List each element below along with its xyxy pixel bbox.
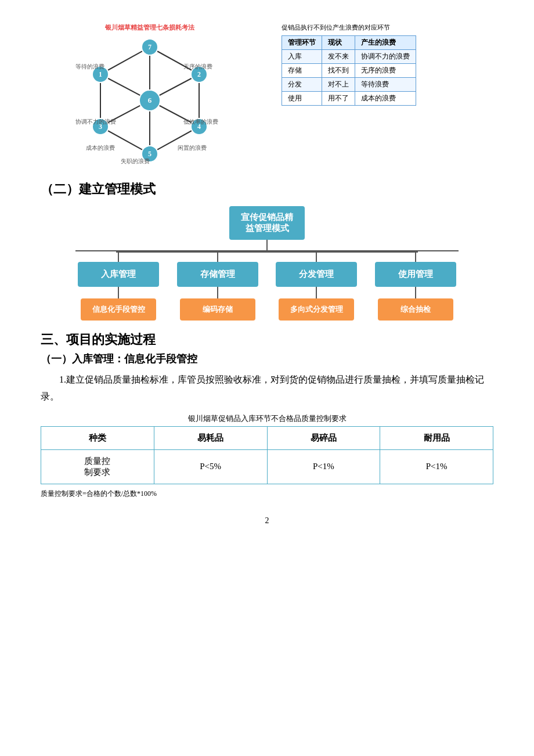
fc-main-box-3: 分发管理 bbox=[276, 262, 357, 287]
qt-header-1: 种类 bbox=[41, 426, 154, 449]
section2: （二）建立管理模式 宣传促销品精益管理模式 入库管理 信息化手段管控 存储管理 bbox=[41, 181, 493, 321]
svg-text:5: 5 bbox=[148, 150, 151, 158]
waste-row-4-col-2: 用不了 bbox=[322, 92, 355, 106]
table-footnote: 质量控制要求=合格的个数/总数*100% bbox=[41, 489, 493, 499]
section3-heading: 三、项目的实施过程 bbox=[41, 331, 493, 348]
table-row: 分发 对不上 等待浪费 bbox=[282, 78, 416, 92]
quality-table-title: 银川烟草促销品入库环节不合格品质量控制要求 bbox=[41, 413, 493, 424]
left-diagram: 银川烟草精益管理七条损耗考法 bbox=[41, 23, 258, 164]
svg-text:等待的浪费: 等待的浪费 bbox=[75, 63, 104, 70]
svg-text:闲置的浪费: 闲置的浪费 bbox=[178, 145, 207, 151]
right-table-title: 促销品执行不到位产生浪费的对应环节 bbox=[282, 23, 390, 32]
fc-sub-box-3: 多向式分发管理 bbox=[279, 298, 354, 321]
fc-sub-box-2: 编码存储 bbox=[180, 298, 255, 321]
fc-main-box-2: 存储管理 bbox=[177, 262, 258, 287]
fc-main-box-1: 入库管理 bbox=[78, 262, 159, 287]
fc-col-1: 入库管理 信息化手段管控 bbox=[75, 251, 161, 321]
qt-row-1-col-4: P<1% bbox=[380, 449, 493, 484]
right-table-section: 促销品执行不到位产生浪费的对应环节 管理环节 现状 产生的浪费 入库 发不来 协… bbox=[276, 23, 493, 106]
qt-row-1-header: 质量控制要求 bbox=[41, 449, 154, 484]
svg-text:6: 6 bbox=[147, 96, 151, 105]
waste-table-header-3: 产生的浪费 bbox=[355, 36, 416, 50]
flowchart-top-box: 宣传促销品精益管理模式 bbox=[229, 206, 305, 240]
fc-branch-line: 入库管理 信息化手段管控 存储管理 编码存储 分发管理 多向式分发管理 使用管理 bbox=[75, 251, 459, 321]
waste-table-header-1: 管理环节 bbox=[282, 36, 322, 50]
qt-row-1-col-3: P<1% bbox=[267, 449, 380, 484]
waste-row-4-col-1: 使用 bbox=[282, 92, 322, 106]
waste-table: 管理环节 现状 产生的浪费 入库 发不来 协调不力的浪费 存储 找不到 无序的浪… bbox=[282, 35, 416, 106]
fc-col-3: 分发管理 多向式分发管理 bbox=[273, 251, 359, 321]
fc-connector-down-1 bbox=[266, 240, 268, 250]
waste-table-header-2: 现状 bbox=[322, 36, 355, 50]
waste-row-1-col-2: 发不来 bbox=[322, 50, 355, 64]
qt-header-2: 易耗品 bbox=[154, 426, 267, 449]
waste-row-1-col-3: 协调不力的浪费 bbox=[355, 50, 416, 64]
table-row: 使用 用不了 成本的浪费 bbox=[282, 92, 416, 106]
table-row: 入库 发不来 协调不力的浪费 bbox=[282, 50, 416, 64]
svg-text:2: 2 bbox=[197, 70, 201, 78]
svg-text:协调不力的浪费: 协调不力的浪费 bbox=[75, 118, 116, 125]
table-row: 存储 找不到 无序的浪费 bbox=[282, 64, 416, 78]
quality-table: 种类 易耗品 易碎品 耐用品 质量控制要求 P<5% P<1% P<1% bbox=[41, 426, 493, 484]
fc-col-4: 使用管理 综合抽检 bbox=[373, 251, 459, 321]
waste-row-2-col-3: 无序的浪费 bbox=[355, 64, 416, 78]
hexagon-container: 6 7 2 4 5 3 1 bbox=[74, 37, 225, 164]
fc-col-2: 存储管理 编码存储 bbox=[175, 251, 261, 321]
table-row: 质量控制要求 P<5% P<1% P<1% bbox=[41, 449, 493, 484]
waste-row-3-col-2: 对不上 bbox=[322, 78, 355, 92]
svg-text:7: 7 bbox=[148, 43, 151, 51]
waste-row-2-col-2: 找不到 bbox=[322, 64, 355, 78]
svg-text:失职的浪费: 失职的浪费 bbox=[121, 158, 150, 164]
svg-text:无序的浪费: 无序的浪费 bbox=[183, 63, 212, 70]
svg-text:低效率的浪费: 低效率的浪费 bbox=[183, 118, 218, 125]
qt-header-4: 耐用品 bbox=[380, 426, 493, 449]
qt-row-1-col-2: P<5% bbox=[154, 449, 267, 484]
hexagon-svg: 6 7 2 4 5 3 1 bbox=[74, 37, 225, 164]
fc-sub-box-1: 信息化手段管控 bbox=[81, 298, 156, 321]
top-section: 银川烟草精益管理七条损耗考法 bbox=[41, 23, 493, 164]
waste-row-1-col-1: 入库 bbox=[282, 50, 322, 64]
svg-text:1: 1 bbox=[99, 70, 102, 78]
page-number: 2 bbox=[41, 516, 493, 525]
section3: 三、项目的实施过程 （一）入库管理：信息化手段管控 1.建立促销品质量抽检标准，… bbox=[41, 331, 493, 499]
left-diagram-title: 银川烟草精益管理七条损耗考法 bbox=[105, 23, 194, 32]
fc-sub-box-4: 综合抽检 bbox=[378, 298, 453, 321]
waste-row-3-col-1: 分发 bbox=[282, 78, 322, 92]
section2-heading: （二）建立管理模式 bbox=[41, 181, 493, 198]
fc-main-box-4: 使用管理 bbox=[375, 262, 456, 287]
svg-text:成本的浪费: 成本的浪费 bbox=[86, 145, 115, 151]
waste-row-3-col-3: 等待浪费 bbox=[355, 78, 416, 92]
qt-header-3: 易碎品 bbox=[267, 426, 380, 449]
fc-top-area: 宣传促销品精益管理模式 bbox=[229, 206, 305, 250]
section3-body: 1.建立促销品质量抽检标准，库管员按照验收标准，对到货的促销物品进行质量抽检，并… bbox=[41, 372, 493, 405]
waste-row-2-col-1: 存储 bbox=[282, 64, 322, 78]
waste-row-4-col-3: 成本的浪费 bbox=[355, 92, 416, 106]
management-flowchart: 宣传促销品精益管理模式 入库管理 信息化手段管控 存储管理 编码存储 分发管理 bbox=[41, 206, 493, 321]
section3-subheading: （一）入库管理：信息化手段管控 bbox=[41, 352, 493, 366]
